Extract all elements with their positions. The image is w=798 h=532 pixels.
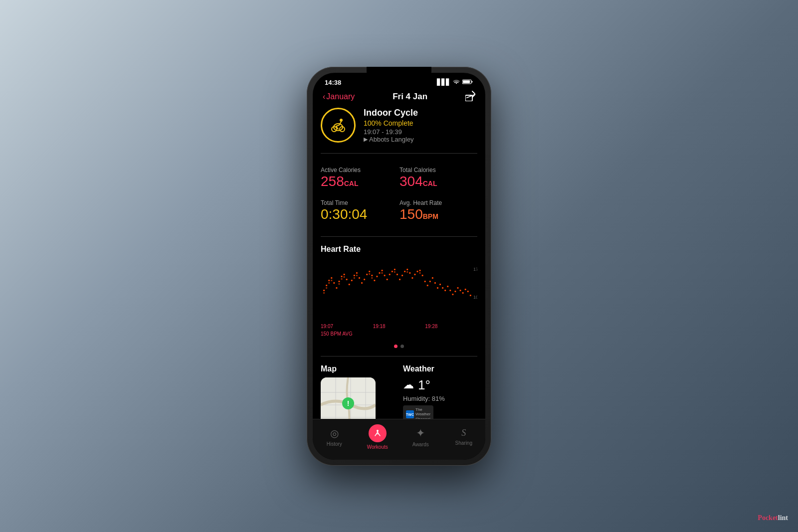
map-title: Map bbox=[321, 364, 395, 373]
back-label: January bbox=[326, 92, 355, 101]
phone-outer: 14:38 ▋▋▋ bbox=[307, 67, 491, 466]
svg-rect-62 bbox=[457, 287, 458, 289]
svg-rect-26 bbox=[366, 274, 368, 275]
tab-history[interactable]: ◎ History bbox=[313, 427, 356, 447]
svg-rect-71 bbox=[331, 280, 332, 281]
status-time: 14:38 bbox=[325, 79, 341, 86]
svg-rect-9 bbox=[323, 290, 325, 291]
map-thumbnail[interactable]: ! bbox=[321, 377, 376, 419]
svg-rect-77 bbox=[369, 273, 370, 275]
svg-rect-20 bbox=[351, 280, 353, 281]
svg-rect-46 bbox=[416, 271, 418, 272]
svg-rect-34 bbox=[387, 279, 388, 280]
tab-sharing-label: Sharing bbox=[455, 440, 472, 446]
stats-grid: Active Calories 258CAL Total Calories 30… bbox=[321, 162, 477, 226]
svg-rect-32 bbox=[382, 270, 383, 271]
stat-value-3: 150BPM bbox=[399, 207, 477, 221]
svg-rect-35 bbox=[389, 274, 391, 275]
tab-bar: ◎ History Workouts ✦ Awards bbox=[313, 419, 485, 460]
map-section: Map bbox=[321, 364, 395, 419]
workout-header: Indoor Cycle 100% Complete 19:07 - 19:39… bbox=[321, 108, 477, 143]
stat-total-calories: Total Calories 304CAL bbox=[399, 162, 477, 193]
notch bbox=[367, 67, 431, 81]
tab-awards[interactable]: ✦ Awards bbox=[399, 427, 442, 447]
svg-rect-25 bbox=[364, 279, 365, 280]
battery-icon bbox=[462, 79, 473, 86]
signal-icon: ▋▋▋ bbox=[437, 79, 450, 86]
svg-rect-50 bbox=[427, 285, 428, 286]
divider-2 bbox=[321, 236, 477, 237]
svg-rect-54 bbox=[437, 287, 438, 289]
tab-workouts-label: Workouts bbox=[367, 444, 388, 450]
svg-rect-37 bbox=[394, 269, 396, 270]
content-area[interactable]: Indoor Cycle 100% Complete 19:07 - 19:39… bbox=[313, 108, 485, 419]
svg-rect-55 bbox=[439, 284, 441, 285]
workouts-icon-active bbox=[369, 424, 387, 442]
svg-rect-58 bbox=[447, 286, 448, 287]
svg-rect-52 bbox=[432, 277, 433, 279]
svg-text:173: 173 bbox=[473, 267, 477, 272]
svg-rect-14 bbox=[336, 287, 337, 289]
wifi-icon bbox=[453, 79, 460, 86]
location-arrow-icon: ▶ bbox=[364, 136, 368, 143]
share-button[interactable] bbox=[465, 90, 475, 104]
svg-rect-21 bbox=[354, 275, 355, 276]
svg-rect-49 bbox=[424, 281, 426, 282]
svg-rect-43 bbox=[409, 272, 410, 274]
stat-value-0: 258CAL bbox=[321, 175, 399, 188]
stat-value-2: 0:30:04 bbox=[321, 207, 399, 221]
stat-total-time: Total Time 0:30:04 bbox=[321, 194, 399, 226]
svg-rect-28 bbox=[371, 275, 373, 276]
map-weather-section: Map bbox=[321, 364, 477, 419]
svg-rect-72 bbox=[338, 283, 340, 285]
svg-rect-24 bbox=[361, 282, 363, 284]
workout-location: ▶ Abbots Langley bbox=[364, 136, 477, 143]
phone-screen: 14:38 ▋▋▋ bbox=[313, 73, 485, 460]
svg-rect-66 bbox=[467, 291, 469, 292]
tab-sharing[interactable]: S Sharing bbox=[442, 428, 486, 446]
tab-awards-label: Awards bbox=[412, 442, 429, 447]
svg-rect-80 bbox=[394, 271, 396, 273]
svg-rect-39 bbox=[399, 279, 400, 280]
svg-rect-27 bbox=[369, 271, 370, 272]
svg-rect-16 bbox=[341, 276, 343, 277]
divider-3 bbox=[321, 356, 477, 356]
chart-pagination bbox=[321, 345, 477, 348]
svg-rect-30 bbox=[376, 276, 378, 277]
svg-rect-45 bbox=[414, 274, 415, 275]
weather-provider: TWC TheWeatherChannel bbox=[403, 405, 433, 419]
nav-back-button[interactable]: ‹ January bbox=[323, 92, 355, 101]
workout-complete: 100% Complete bbox=[364, 119, 477, 127]
heart-rate-chart: 173 104 bbox=[321, 260, 477, 320]
svg-rect-33 bbox=[384, 275, 386, 276]
stat-heart-rate: Avg. Heart Rate 150BPM bbox=[399, 194, 477, 226]
weather-title: Weather bbox=[403, 364, 477, 373]
svg-rect-22 bbox=[356, 272, 358, 274]
x-label-2: 19:28 bbox=[425, 324, 437, 329]
svg-rect-40 bbox=[401, 275, 403, 276]
svg-rect-60 bbox=[452, 294, 453, 295]
svg-rect-11 bbox=[328, 280, 330, 281]
svg-rect-81 bbox=[406, 271, 408, 273]
svg-rect-70 bbox=[328, 282, 330, 284]
chart-x-labels: 19:07 19:18 19:28 bbox=[321, 324, 477, 329]
svg-rect-12 bbox=[331, 277, 332, 279]
stat-label-1: Total Calories bbox=[399, 167, 477, 174]
svg-rect-19 bbox=[349, 284, 350, 285]
dot-inactive-1 bbox=[400, 345, 404, 348]
svg-rect-57 bbox=[444, 290, 446, 291]
workout-name: Indoor Cycle bbox=[364, 108, 477, 118]
svg-rect-47 bbox=[419, 270, 421, 271]
svg-rect-31 bbox=[379, 272, 380, 274]
tab-workouts[interactable]: Workouts bbox=[356, 424, 399, 450]
stat-label-3: Avg. Heart Rate bbox=[399, 199, 477, 206]
history-icon: ◎ bbox=[330, 427, 339, 439]
cloud-icon: ☁ bbox=[403, 378, 414, 391]
svg-rect-68 bbox=[323, 292, 325, 294]
chevron-left-icon: ‹ bbox=[323, 92, 325, 101]
nav-title: Fri 4 Jan bbox=[393, 92, 427, 102]
svg-rect-1 bbox=[463, 80, 470, 83]
weather-temp: ☁ 1° bbox=[403, 377, 477, 393]
svg-rect-23 bbox=[359, 277, 360, 279]
svg-rect-44 bbox=[411, 277, 413, 279]
